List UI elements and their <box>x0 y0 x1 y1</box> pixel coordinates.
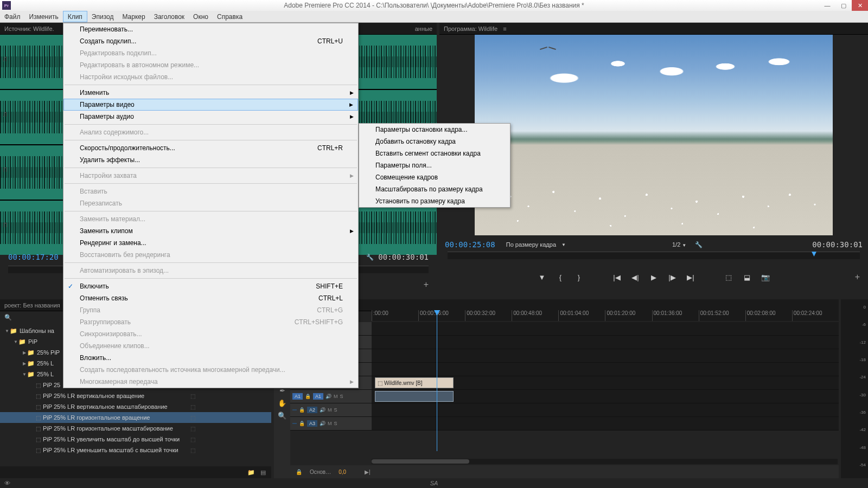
clip-menu-dropdown: Переименовать...Создать подклип...CTRL+U… <box>63 23 359 388</box>
audio-meters: 0-6-12-18-24-30-36-42-48-54 <box>841 299 868 478</box>
menu-item: Редактировать подклип... <box>63 47 358 59</box>
menu-item: ГруппаCTRL+G <box>63 304 358 316</box>
video-options-submenu: Параметры остановки кадра...Добавить ост… <box>359 123 510 208</box>
menu-изменить[interactable]: Изменить <box>25 11 63 22</box>
app-icon: Pr <box>2 1 11 10</box>
menu-item[interactable]: Заменить клипом▶ <box>63 225 358 237</box>
wrench-icon[interactable]: 🔧 <box>695 241 703 248</box>
zoom-dropdown[interactable]: По размеру кадра▼ <box>506 241 566 248</box>
in-point-icon[interactable]: { <box>556 273 565 281</box>
video-clip[interactable]: ⬚Wildlife.wmv [В] <box>375 377 454 388</box>
maximize-button[interactable]: ▢ <box>835 0 852 11</box>
step-forward-icon[interactable]: |▶ <box>667 273 677 281</box>
menu-item[interactable]: Отменить связьCTRL+L <box>63 292 358 304</box>
tree-item[interactable]: ⬚PiP 25% LR горизонтальное масштабирован… <box>0 423 271 434</box>
program-ruler[interactable] <box>448 252 860 259</box>
submenu-item[interactable]: Установить по размеру кадра <box>359 195 510 207</box>
program-timecode-in[interactable]: 00:00:25:08 <box>445 240 495 249</box>
chevron-down-icon: ▼ <box>561 242 566 247</box>
goto-next-icon[interactable]: ▶| <box>365 469 371 475</box>
play-icon[interactable]: ▶ <box>649 273 659 281</box>
menu-item[interactable]: Изменить▶ <box>63 87 358 99</box>
lift-icon[interactable]: ⬚ <box>724 273 733 281</box>
track-row[interactable]: V1🔒V1👁●⬚Wildlife.wmv [В] <box>290 376 839 390</box>
menu-маркер[interactable]: Маркер <box>118 11 149 22</box>
minimize-button[interactable]: — <box>819 0 835 11</box>
menu-item: РазгруппироватьCTRL+SHIFT+G <box>63 316 358 328</box>
goto-in-icon[interactable]: |◀ <box>612 273 622 281</box>
menu-item[interactable]: Создать подклип...CTRL+U <box>63 35 358 47</box>
menu-item[interactable]: Рендеринг и замена... <box>63 237 358 249</box>
program-monitor[interactable] <box>475 35 833 235</box>
timeline-tracks: V1🔒V1👁●⬚Wildlife.wmv [В]A1🔒A1🔊MS🔒A2🔊MS🔒A… <box>290 322 839 462</box>
timeline-ruler[interactable]: :00:0000:00:16:0000:00:32:0000:00:48:000… <box>372 310 839 321</box>
lock-icon[interactable]: 🔒 <box>296 469 302 475</box>
status-center: SA <box>430 480 438 486</box>
menu-клип[interactable]: Клип <box>63 11 87 22</box>
timeline-playhead[interactable] <box>437 310 437 451</box>
track-row[interactable]: 🔒A3🔊MS <box>290 417 839 431</box>
close-button[interactable]: ✕ <box>852 0 868 11</box>
tree-item[interactable]: ⬚PiP 25% LR уменьшить масштаб с высшей т… <box>0 445 271 455</box>
source-tab-2[interactable]: анные <box>415 25 432 32</box>
submenu-item[interactable]: Параметры остановки кадра... <box>359 124 510 136</box>
window-title: Adobe Premiere Pro CC 2014 - C:\Пользова… <box>284 2 584 9</box>
program-panel-header[interactable]: Программа: Wildlife ≡ <box>439 23 868 35</box>
menu-заголовок[interactable]: Заголовок <box>150 11 189 22</box>
menu-item[interactable]: Удалить эффекты... <box>63 154 358 166</box>
menu-item: Настройки исходных файлов... <box>63 71 358 83</box>
source-timecode-out: 00:00:30:01 <box>378 253 429 261</box>
menu-эпизод[interactable]: Эпизод <box>87 11 118 22</box>
menu-item[interactable]: Скорость/продолжительность...CTRL+R <box>63 142 358 154</box>
hand-tool-icon[interactable]: ✋ <box>278 399 286 407</box>
tree-item[interactable]: ⬚PiP 25% LR вертикальное масштабирование… <box>0 401 271 412</box>
tree-item[interactable]: ⬚PiP 25% LR вертикальное вращение⬚ <box>0 390 271 401</box>
menubar: ФайлИзменитьКлипЭпизодМаркерЗаголовокОкн… <box>0 11 868 23</box>
track-row[interactable]: 🔒A2🔊MS <box>290 403 839 417</box>
step-back-icon[interactable]: ◀| <box>630 273 640 281</box>
submenu-item[interactable]: Масштабировать по размеру кадра <box>359 183 510 195</box>
add-button-icon[interactable]: + <box>855 272 860 282</box>
chevron-down-icon: ▼ <box>682 243 686 248</box>
menu-item: Анализ содержимого... <box>63 126 358 138</box>
search-icon[interactable]: 🔍 <box>4 314 12 321</box>
add-button-icon[interactable]: + <box>424 280 429 290</box>
menu-item[interactable]: Вложить... <box>63 352 358 364</box>
wrench-icon[interactable]: 🔧 <box>366 254 374 261</box>
audio-clip[interactable] <box>375 391 454 402</box>
eye-icon[interactable]: 👁 <box>4 480 10 486</box>
menu-item[interactable]: Параметры аудио▶ <box>63 111 358 123</box>
menu-item[interactable]: Переименовать... <box>63 23 358 35</box>
extract-icon[interactable]: ⬓ <box>742 273 752 281</box>
menu-файл[interactable]: Файл <box>0 11 25 22</box>
menu-справка[interactable]: Справка <box>213 11 247 22</box>
menu-item: Заменить материал... <box>63 213 358 225</box>
titlebar: Pr Adobe Premiere Pro CC 2014 - C:\Польз… <box>0 0 868 11</box>
track-row[interactable]: A1🔒A1🔊MS <box>290 390 839 403</box>
timeline-panel-header[interactable] <box>274 299 839 311</box>
menu-окно[interactable]: Окно <box>189 11 213 22</box>
submenu-item[interactable]: Вставить сегмент остановки кадра <box>359 147 510 159</box>
new-item-icon[interactable]: ▤ <box>260 469 266 476</box>
mark-in-icon[interactable]: ▼ <box>537 273 547 281</box>
submenu-item[interactable]: Параметры поля... <box>359 159 510 171</box>
tree-item[interactable]: ⬚PiP 25% LR горизонтальное вращение⬚ <box>0 412 271 423</box>
export-frame-icon[interactable]: 📷 <box>761 273 770 281</box>
menu-item[interactable]: ✓ВключитьSHIFT+E <box>63 280 358 292</box>
folder-icon[interactable]: 📁 <box>247 469 255 476</box>
playhead-icon[interactable] <box>812 252 816 256</box>
footer-value[interactable]: 0,0 <box>339 469 346 475</box>
footer-base-label: Основ… <box>310 469 331 475</box>
program-tab-label: Программа: Wildlife <box>444 25 497 32</box>
tree-item[interactable]: ⬚PiP 25% LR увеличить масштаб до высшей … <box>0 434 271 445</box>
goto-out-icon[interactable]: ▶| <box>686 273 695 281</box>
source-timecode-in[interactable]: 00:00:17:20 <box>8 253 59 261</box>
out-point-icon[interactable]: } <box>574 273 584 281</box>
menu-item[interactable]: Параметры видео▶ <box>63 99 358 111</box>
timeline-scrollbar[interactable] <box>372 459 838 464</box>
resolution-dropdown[interactable]: 1/2 ▼ <box>672 241 686 248</box>
zoom-tool-icon[interactable]: 🔍 <box>278 412 286 420</box>
submenu-item[interactable]: Добавить остановку кадра <box>359 136 510 147</box>
submenu-item[interactable]: Совмещение кадров <box>359 171 510 183</box>
panel-menu-icon[interactable]: ≡ <box>503 25 506 32</box>
